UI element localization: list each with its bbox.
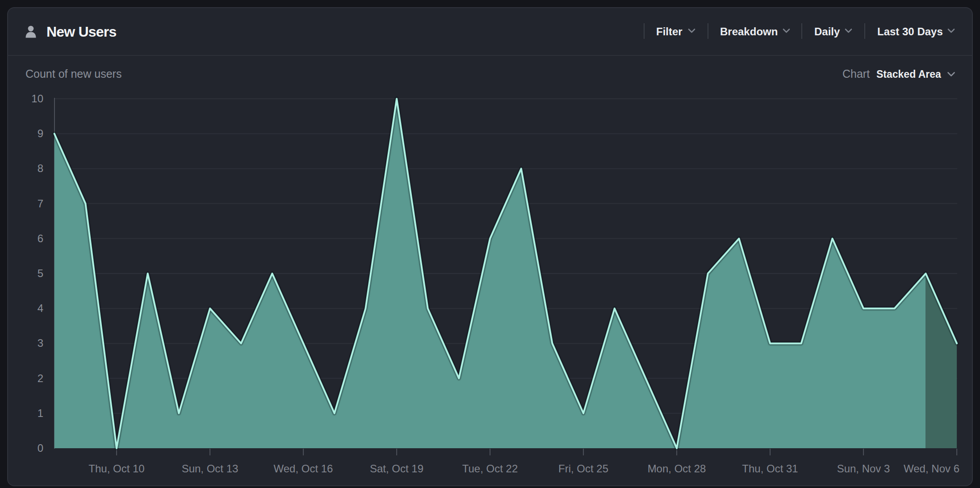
svg-text:0: 0 (38, 442, 43, 454)
svg-text:Wed, Oct 16: Wed, Oct 16 (274, 463, 333, 475)
svg-text:Wed, Nov 6: Wed, Nov 6 (904, 463, 959, 475)
svg-text:4: 4 (38, 302, 43, 314)
svg-text:Thu, Oct 10: Thu, Oct 10 (88, 463, 144, 475)
svg-text:1: 1 (38, 407, 43, 419)
svg-text:Mon, Oct 28: Mon, Oct 28 (648, 463, 706, 475)
svg-text:Sun, Nov 3: Sun, Nov 3 (837, 463, 890, 475)
svg-text:9: 9 (38, 127, 43, 139)
svg-text:2: 2 (38, 372, 43, 384)
svg-text:Sat, Oct 19: Sat, Oct 19 (370, 463, 423, 475)
svg-text:3: 3 (38, 337, 43, 349)
svg-text:5: 5 (38, 267, 43, 279)
svg-text:8: 8 (38, 162, 43, 174)
svg-text:Tue, Oct 22: Tue, Oct 22 (462, 463, 518, 475)
svg-text:Fri, Oct 25: Fri, Oct 25 (558, 463, 608, 475)
svg-text:Sun, Oct 13: Sun, Oct 13 (182, 463, 239, 475)
svg-text:7: 7 (38, 198, 43, 210)
svg-text:6: 6 (38, 232, 43, 244)
svg-text:Thu, Oct 31: Thu, Oct 31 (742, 463, 798, 475)
svg-text:10: 10 (31, 93, 43, 105)
